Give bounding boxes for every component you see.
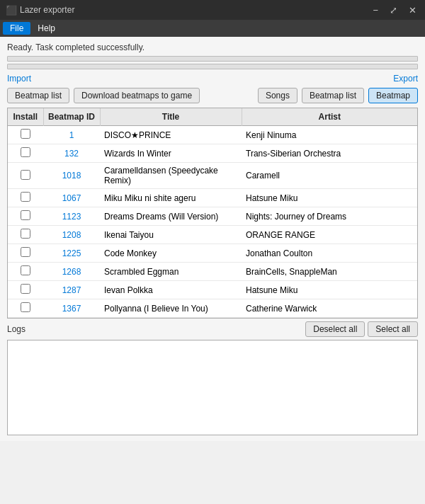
table-row: 1123Dreams Dreams (Will Version)Nights: … xyxy=(8,207,417,226)
cell-install xyxy=(8,126,43,144)
table-header-row: Install Beatmap ID Title Artist xyxy=(8,108,417,126)
cell-install xyxy=(8,207,43,226)
cell-artist: BrainCells, SnappleMan xyxy=(242,263,417,281)
install-checkbox[interactable] xyxy=(21,147,30,157)
title-bar-left: ⬛ Lazer exporter xyxy=(6,5,74,15)
beatmap-id-link[interactable]: 1067 xyxy=(62,193,81,203)
logs-section: Logs Deselect all Select all xyxy=(7,321,418,435)
install-checkbox[interactable] xyxy=(21,129,30,139)
cell-title: Scrambled Eggman xyxy=(100,263,242,281)
beatmap-id-link[interactable]: 1018 xyxy=(62,171,81,181)
cell-install xyxy=(8,189,43,207)
minimize-button[interactable]: − xyxy=(370,4,381,16)
table-scroll[interactable]: Install Beatmap ID Title Artist 1DISCO★P… xyxy=(8,108,417,318)
songs-button[interactable]: Songs xyxy=(258,88,298,103)
title-bar-controls: − ⤢ ✕ xyxy=(370,4,419,16)
import-export-row: Import Export xyxy=(7,74,418,84)
beatmap-id-link[interactable]: 1 xyxy=(69,130,74,140)
main-content: Ready. Task completed successfully. Impo… xyxy=(0,37,425,441)
beatmap-button[interactable]: Beatmap xyxy=(368,88,418,103)
import-button[interactable]: Import xyxy=(7,74,31,84)
cell-artist: Nights: Journey of Dreams xyxy=(242,207,417,226)
menu-item-file[interactable]: File xyxy=(3,22,30,35)
cell-install xyxy=(8,263,43,281)
beatmap-id-link[interactable]: 1123 xyxy=(62,212,81,222)
cell-title: Wizards In Winter xyxy=(100,144,242,163)
install-checkbox[interactable] xyxy=(21,192,30,202)
cell-id: 1287 xyxy=(43,281,100,299)
maximize-button[interactable]: ⤢ xyxy=(387,4,400,16)
cell-install xyxy=(8,299,43,318)
close-button[interactable]: ✕ xyxy=(406,4,419,16)
logs-area[interactable] xyxy=(7,340,418,435)
app-icon: ⬛ xyxy=(6,5,16,15)
cell-artist: Jonathan Coulton xyxy=(242,244,417,263)
cell-title: Dreams Dreams (Will Version) xyxy=(100,207,242,226)
col-header-id: Beatmap ID xyxy=(43,108,100,126)
logs-header: Logs Deselect all Select all xyxy=(7,321,418,337)
cell-artist: Hatsune Miku xyxy=(242,281,417,299)
cell-id: 1 xyxy=(43,126,100,144)
cell-artist: Hatsune Miku xyxy=(242,189,417,207)
cell-title: Miku Miku ni shite ageru xyxy=(100,189,242,207)
install-checkbox[interactable] xyxy=(21,247,30,257)
table-row: 1225Code MonkeyJonathan Coulton xyxy=(8,244,417,263)
cell-id: 1123 xyxy=(43,207,100,226)
select-all-button[interactable]: Select all xyxy=(368,321,418,337)
col-header-title: Title xyxy=(100,108,242,126)
table-row: 1DISCO★PRINCEKenji Ninuma xyxy=(8,126,417,144)
install-checkbox[interactable] xyxy=(21,302,30,312)
beatmap-id-link[interactable]: 1367 xyxy=(62,304,81,314)
table-row: 1268Scrambled EggmanBrainCells, SnappleM… xyxy=(8,263,417,281)
menu-item-help[interactable]: Help xyxy=(30,22,62,35)
install-checkbox[interactable] xyxy=(21,210,30,220)
table-row: 1287Ievan PolkkaHatsune Miku xyxy=(8,281,417,299)
cell-install xyxy=(8,244,43,263)
table-row: 1208Ikenai TaiyouORANGE RANGE xyxy=(8,226,417,244)
progress-bar-1 xyxy=(7,56,418,62)
col-header-install: Install xyxy=(8,108,43,126)
cell-id: 1208 xyxy=(43,226,100,244)
install-checkbox[interactable] xyxy=(21,265,30,275)
cell-title: DISCO★PRINCE xyxy=(100,126,242,144)
install-checkbox[interactable] xyxy=(21,170,30,180)
table-row: 1367Pollyanna (I Believe In You)Catherin… xyxy=(8,299,417,318)
status-text: Ready. Task completed successfully. xyxy=(7,42,418,52)
cell-title: Code Monkey xyxy=(100,244,242,263)
cell-artist: Caramell xyxy=(242,163,417,189)
beatmap-list-button[interactable]: Beatmap list xyxy=(7,88,69,103)
cell-title: Ievan Polkka xyxy=(100,281,242,299)
cell-install xyxy=(8,281,43,299)
toolbar: Beatmap list Download beatmaps to game S… xyxy=(7,88,418,103)
cell-artist: Catherine Warwick xyxy=(242,299,417,318)
cell-title: Caramelldansen (Speedycake Remix) xyxy=(100,163,242,189)
beatmap-id-link[interactable]: 132 xyxy=(64,149,79,159)
table-row: 1067Miku Miku ni shite ageruHatsune Miku xyxy=(8,189,417,207)
cell-id: 1067 xyxy=(43,189,100,207)
col-header-artist: Artist xyxy=(242,108,417,126)
export-button[interactable]: Export xyxy=(393,74,418,84)
cell-artist: Kenji Ninuma xyxy=(242,126,417,144)
cell-title: Ikenai Taiyou xyxy=(100,226,242,244)
install-checkbox[interactable] xyxy=(21,284,30,294)
beatmap-id-link[interactable]: 1287 xyxy=(62,285,81,295)
beatmap-id-link[interactable]: 1268 xyxy=(62,267,81,277)
cell-id: 132 xyxy=(43,144,100,163)
beatmap-list-button-2[interactable]: Beatmap list xyxy=(302,88,364,103)
download-beatmaps-button[interactable]: Download beatmaps to game xyxy=(74,88,200,103)
menu-bar: File Help xyxy=(0,20,425,37)
cell-install xyxy=(8,163,43,189)
logs-label: Logs xyxy=(7,324,26,334)
cell-id: 1018 xyxy=(43,163,100,189)
cell-artist: ORANGE RANGE xyxy=(242,226,417,244)
cell-id: 1268 xyxy=(43,263,100,281)
table-row: 1018Caramelldansen (Speedycake Remix)Car… xyxy=(8,163,417,189)
beatmap-id-link[interactable]: 1225 xyxy=(62,248,81,258)
logs-buttons: Deselect all Select all xyxy=(305,321,418,337)
install-checkbox[interactable] xyxy=(21,229,30,239)
cell-install xyxy=(8,144,43,163)
beatmap-table: Install Beatmap ID Title Artist 1DISCO★P… xyxy=(8,108,417,318)
deselect-all-button[interactable]: Deselect all xyxy=(305,321,365,337)
cell-install xyxy=(8,226,43,244)
beatmap-id-link[interactable]: 1208 xyxy=(62,230,81,240)
